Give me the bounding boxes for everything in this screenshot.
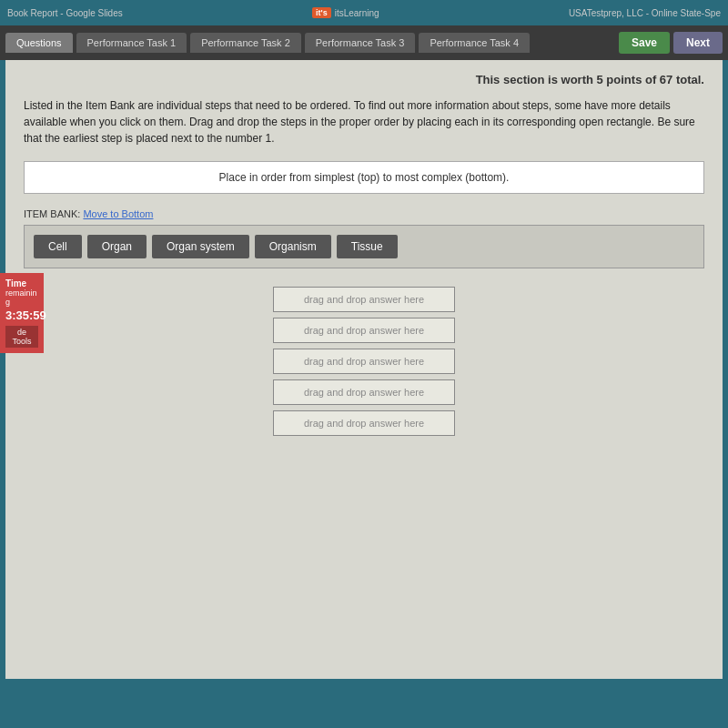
drop-zone-5[interactable]: drag and drop answer here — [273, 410, 455, 436]
time-label: Time — [5, 278, 38, 288]
top-bar-left: Book Report - Google Slides — [7, 8, 123, 18]
tools-button[interactable]: de Tools — [5, 326, 38, 348]
drag-item-organ-system[interactable]: Organ system — [152, 235, 249, 258]
drop-zone-2[interactable]: drag and drop answer here — [273, 318, 455, 343]
next-button[interactable]: Next — [673, 32, 723, 54]
save-button[interactable]: Save — [619, 32, 670, 54]
tab-questions[interactable]: Questions — [5, 33, 73, 53]
top-bar: Book Report - Google Slides it's itsLear… — [0, 0, 728, 25]
items-container: Cell Organ Organ system Organism Tissue — [24, 225, 704, 268]
tab-performance-task-3[interactable]: Performance Task 3 — [305, 33, 416, 53]
item-bank-label: ITEM BANK: Move to Bottom — [24, 208, 704, 219]
side-panel: Time remaining 3:35:59 de Tools — [0, 273, 44, 353]
drag-item-organ[interactable]: Organ — [87, 235, 147, 258]
drop-zones: drag and drop answer here drag and drop … — [24, 287, 704, 436]
its-logo: it's — [312, 7, 331, 18]
drop-zone-1[interactable]: drag and drop answer here — [273, 287, 455, 312]
its-label: itsLearning — [335, 8, 379, 18]
move-to-bottom-link[interactable]: Move to Bottom — [83, 208, 153, 219]
nav-row: Questions Performance Task 1 Performance… — [0, 25, 728, 60]
tab-performance-task-1[interactable]: Performance Task 1 — [76, 33, 187, 53]
item-bank-text: ITEM BANK: — [24, 208, 80, 219]
tab-performance-task-2[interactable]: Performance Task 2 — [190, 33, 301, 53]
drop-zone-4[interactable]: drag and drop answer here — [273, 379, 455, 405]
drag-item-tissue[interactable]: Tissue — [337, 235, 398, 258]
drag-item-organism[interactable]: Organism — [255, 235, 331, 258]
section-worth: This section is worth 5 points of 67 tot… — [24, 73, 704, 86]
drag-item-cell[interactable]: Cell — [34, 235, 82, 258]
drop-zone-3[interactable]: drag and drop answer here — [273, 349, 455, 374]
main-content: This section is worth 5 points of 67 tot… — [5, 60, 723, 679]
instructions: Listed in the Item Bank are individual s… — [24, 97, 704, 147]
top-bar-center: it's itsLearning — [312, 7, 379, 18]
timer: 3:35:59 — [5, 308, 38, 322]
top-bar-right: USATestprep, LLC - Online State-Spe — [569, 8, 721, 18]
order-prompt: Place in order from simplest (top) to mo… — [24, 161, 704, 194]
tab-performance-task-4[interactable]: Performance Task 4 — [419, 33, 530, 53]
time-remaining-label: remaining — [5, 288, 38, 307]
